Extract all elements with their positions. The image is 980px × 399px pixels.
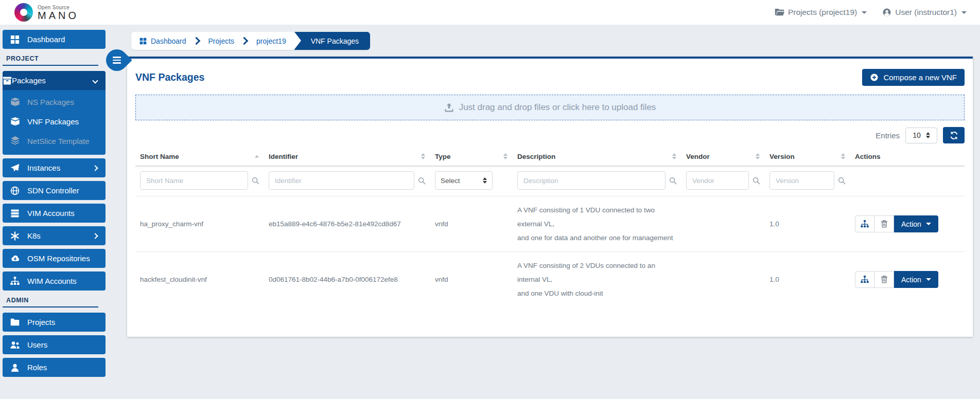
filter-type-select[interactable]: Select [435,171,493,190]
entries-label: Entries [876,131,900,140]
folder-open-icon [775,8,784,16]
projects-menu[interactable]: Projects (project19) [775,8,867,17]
folder-icon [3,318,27,326]
sidebar-item-osm-repositories[interactable]: OSM Repositories [3,249,106,268]
refresh-button[interactable] [943,127,965,143]
paper-plane-icon [3,164,27,173]
user-menu[interactable]: User (instructor1) [882,8,967,17]
column-header-version[interactable]: Version [765,147,850,166]
sidebar-item-label: SDN Controller [27,186,79,195]
box-icon [3,76,12,85]
sync-icon [950,131,958,140]
table-header-row: Short Name Identifier Type Description V… [135,147,965,166]
sidebar-item-k8s[interactable]: K8s [3,226,106,245]
vnf-packages-card: VNF Packages Compose a new VNF Just drag… [127,57,973,337]
action-dropdown-button[interactable]: Action [894,215,938,232]
page-title: VNF Packages [135,71,204,83]
sidebar-item-sdn-controller[interactable]: SDN Controller [3,181,106,200]
sidebar-item-label: VNF Packages [27,117,79,126]
sidebar-item-wim-accounts[interactable]: WIM Accounts [3,271,106,291]
search-icon[interactable] [418,177,426,185]
cell-short-name: hackfest_cloudinit-vnf [135,252,264,307]
sidebar-item-ns-packages[interactable]: NS Packages [3,92,106,112]
sidebar-item-vim-accounts[interactable]: VIM Accounts [3,204,106,223]
sidebar-section-project: PROJECT [3,52,98,66]
delete-button[interactable] [874,271,894,288]
chevron-right-icon [92,165,98,171]
server-icon [3,209,27,218]
user-menu-label: User (instructor1) [895,8,957,17]
sort-icon[interactable] [421,153,425,159]
filter-short-name-input[interactable] [140,171,248,190]
sort-icon[interactable] [841,153,845,159]
column-header-type[interactable]: Type [430,147,513,166]
breadcrumb-project19[interactable]: project19 [248,32,294,50]
sidebar-item-label: VIM Accounts [27,209,75,217]
column-header-identifier[interactable]: Identifier [264,147,430,166]
sidebar-item-packages[interactable]: Packages [3,71,106,90]
sidebar-item-projects[interactable]: Projects [3,313,106,332]
sidebar-item-label: NetSlice Template [27,137,90,146]
plus-circle-icon [870,73,879,82]
column-header-short-name[interactable]: Short Name [135,147,264,166]
cell-identifier: 0d061761-8b02-44b6-a7b0-0f006172efe8 [264,252,430,307]
box-open-icon [3,98,27,106]
sidebar-item-vnf-packages[interactable]: VNF Packages [3,112,106,131]
box-open-icon [3,117,27,126]
sidebar-item-label: WIM Accounts [27,277,77,285]
filter-vendor-input[interactable] [686,171,749,190]
cloud-download-icon [3,255,27,263]
sort-asc-icon[interactable] [255,155,259,157]
search-icon[interactable] [252,177,259,185]
search-icon[interactable] [669,177,677,185]
search-icon[interactable] [752,177,760,185]
projects-menu-label: Projects (project19) [788,8,857,17]
trash-icon [881,276,888,283]
sidebar-item-instances[interactable]: Instances [3,158,106,177]
column-header-actions: Actions [850,147,965,166]
sidebar-item-roles[interactable]: Roles [3,358,106,377]
breadcrumb-projects[interactable]: Projects [200,32,243,50]
cell-short-name: ha_proxy_charm-vnf [135,196,264,252]
sitemap-icon [861,220,869,228]
delete-button[interactable] [874,215,894,232]
search-icon[interactable] [838,177,846,185]
osm-logo: Open Source MANO [14,3,79,22]
breadcrumb-dashboard[interactable]: Dashboard [131,32,195,50]
main-content: Dashboard Projects project19 VNF Package… [108,25,980,337]
compose-new-vnf-button[interactable]: Compose a new VNF [862,69,965,86]
sidebar-item-dashboard[interactable]: Dashboard [3,30,106,49]
sort-icon[interactable] [503,153,507,159]
hamburger-icon [113,57,121,64]
sidebar-item-label: Roles [27,363,47,372]
filter-identifier-input[interactable] [269,171,414,190]
osm-swirl-icon [14,3,33,22]
sidebar-item-label: Packages [12,76,46,85]
sidebar-item-netslice-template[interactable]: NetSlice Template [3,131,106,151]
file-dropzone[interactable]: Just drag and drop files or click here t… [135,95,965,120]
cell-actions: Action [850,196,965,252]
sidebar-item-label: K8s [27,231,41,240]
action-dropdown-button[interactable]: Action [894,271,938,288]
sidebar-group-packages: Packages NS Packages VNF Packages Net [3,71,106,155]
breadcrumb-label: VNF Packages [311,37,359,45]
user-circle-icon [882,8,891,17]
asterisk-icon [3,231,27,241]
sort-icon[interactable] [672,153,676,159]
select-arrows-icon [483,177,487,184]
column-header-vendor[interactable]: Vendor [681,147,765,166]
cell-description: A VNF consisting of 2 VDUs connected to … [513,252,681,307]
user-icon [3,364,27,372]
column-header-description[interactable]: Description [513,147,681,166]
filter-description-input[interactable] [517,171,666,190]
show-topology-button[interactable] [855,271,874,288]
table-row: hackfest_cloudinit-vnf 0d061761-8b02-44b… [135,252,965,307]
filter-version-input[interactable] [769,171,834,190]
vnf-packages-table: Short Name Identifier Type Description V… [135,147,965,307]
sidebar-item-label: Dashboard [27,35,65,44]
entries-per-page-select[interactable]: 10 [905,128,937,143]
sort-icon[interactable] [756,153,760,159]
show-topology-button[interactable] [855,215,874,232]
sidebar-item-users[interactable]: Users [3,335,106,354]
dashboard-grid-icon [3,35,27,44]
